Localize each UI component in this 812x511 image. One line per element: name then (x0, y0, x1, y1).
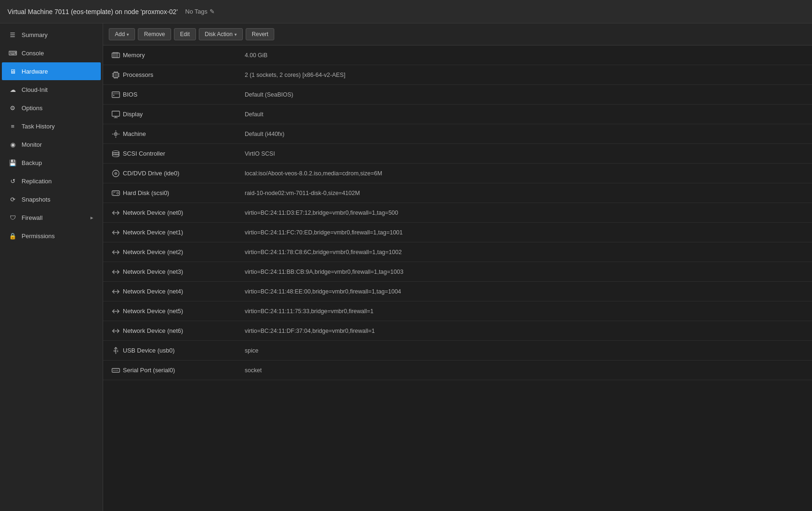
sidebar-item-label-hardware: Hardware (22, 68, 94, 75)
content-area: Add ▾ Remove Edit Disk Action ▾ Revert M… (103, 23, 812, 511)
add-button[interactable]: Add ▾ (109, 28, 135, 40)
cloud-init-icon: ☁ (8, 85, 17, 94)
net-icon (109, 228, 123, 237)
disk-action-dropdown-arrow: ▾ (234, 32, 237, 37)
sidebar-item-permissions[interactable]: 🔒 Permissions (2, 227, 101, 245)
sidebar-item-label-cloud-init: Cloud-Init (22, 86, 94, 93)
hardware-item-name: USB Device (usb0) (123, 347, 245, 354)
sidebar-item-label-task-history: Task History (22, 123, 94, 130)
sidebar-item-label-permissions: Permissions (22, 233, 94, 240)
sidebar-item-label-replication: Replication (22, 178, 94, 185)
remove-button[interactable]: Remove (138, 28, 171, 40)
svg-point-30 (115, 133, 116, 134)
memory-icon (109, 51, 123, 60)
firewall-expand-arrow: ► (90, 215, 94, 220)
sidebar-item-summary[interactable]: ☰ Summary (2, 26, 101, 44)
hardware-row[interactable]: Network Device (net5) virtio=BC:24:11:11… (103, 301, 812, 321)
hardware-item-value: VirtIO SCSI (245, 150, 806, 157)
hardware-row[interactable]: Processors 2 (1 sockets, 2 cores) [x86-6… (103, 65, 812, 85)
edit-tags-icon[interactable]: ✎ (210, 8, 215, 15)
no-tags-container[interactable]: No Tags ✎ (185, 8, 214, 15)
svg-rect-23 (112, 92, 120, 98)
sidebar-item-label-summary: Summary (22, 31, 94, 38)
hardware-item-name: Network Device (net3) (123, 268, 245, 275)
title-bar: Virtual Machine 7011 (eos-template) on n… (0, 0, 812, 23)
sidebar-item-monitor[interactable]: ◉ Monitor (2, 135, 101, 153)
svg-point-57 (117, 351, 118, 352)
sidebar-item-snapshots[interactable]: ⟳ Snapshots (2, 190, 101, 208)
hardware-item-value: virtio=BC:24:11:11:75:33,bridge=vmbr0,fi… (245, 308, 806, 315)
sidebar-item-console[interactable]: ⌨ Console (2, 44, 101, 62)
hardware-row[interactable]: Network Device (net0) virtio=BC:24:11:D3… (103, 203, 812, 223)
sidebar: ☰ Summary ⌨ Console 🖥 Hardware ☁ Cloud-I… (0, 23, 103, 511)
permissions-icon: 🔒 (8, 232, 17, 240)
summary-icon: ☰ (8, 30, 17, 39)
monitor-icon: ◉ (8, 140, 17, 149)
disk-action-button[interactable]: Disk Action ▾ (199, 28, 243, 40)
net-icon (109, 268, 123, 276)
hardware-row[interactable]: Serial Port (serial0) socket (103, 361, 812, 380)
hardware-row[interactable]: Network Device (net2) virtio=BC:24:11:78… (103, 242, 812, 262)
hardware-row[interactable]: Network Device (net6) virtio=BC:24:11:DF… (103, 321, 812, 341)
hardware-item-value: Default (245, 111, 806, 118)
sidebar-item-label-firewall: Firewall (22, 214, 85, 221)
hardware-row[interactable]: Network Device (net3) virtio=BC:24:11:BB… (103, 262, 812, 282)
hardware-item-value: virtio=BC:24:11:DF:37:04,bridge=vmbr0,fi… (245, 328, 806, 334)
svg-point-42 (115, 173, 116, 174)
options-icon: ⚙ (8, 104, 17, 112)
sidebar-item-task-history[interactable]: ≡ Task History (2, 117, 101, 135)
hardware-row[interactable]: Display Default (103, 105, 812, 124)
sidebar-item-label-monitor: Monitor (22, 141, 94, 148)
svg-rect-58 (112, 368, 120, 372)
sidebar-item-options[interactable]: ⚙ Options (2, 99, 101, 117)
sidebar-item-hardware[interactable]: 🖥 Hardware (2, 62, 101, 80)
cpu-icon (109, 71, 123, 79)
hardware-item-name: Network Device (net4) (123, 288, 245, 295)
hardware-row[interactable]: Network Device (net4) virtio=BC:24:11:48… (103, 282, 812, 301)
firewall-icon: 🛡 (8, 213, 17, 222)
hardware-item-name: Serial Port (serial0) (123, 367, 245, 374)
net-icon (109, 209, 123, 217)
replication-icon: ↺ (8, 177, 17, 185)
window-title: Virtual Machine 7011 (eos-template) on n… (8, 8, 178, 15)
hardware-item-name: Network Device (net0) (123, 209, 245, 216)
hardware-row[interactable]: SCSI Controller VirtIO SCSI (103, 144, 812, 164)
hardware-item-name: BIOS (123, 91, 245, 98)
sidebar-item-cloud-init[interactable]: ☁ Cloud-Init (2, 81, 101, 98)
hardware-row[interactable]: Machine Default (i440fx) (103, 124, 812, 144)
sidebar-item-backup[interactable]: 💾 Backup (2, 154, 101, 172)
snapshots-icon: ⟳ (8, 195, 17, 203)
machine-icon (109, 130, 123, 138)
hardware-item-name: CD/DVD Drive (ide0) (123, 170, 245, 177)
net-icon (109, 307, 123, 316)
serial-icon (109, 366, 123, 375)
hardware-item-value: spice (245, 347, 806, 354)
hardware-row[interactable]: Hard Disk (scsi0) raid-10-node02:vm-7011… (103, 183, 812, 203)
edit-button[interactable]: Edit (174, 28, 196, 40)
svg-point-44 (117, 192, 119, 194)
svg-rect-26 (112, 111, 120, 116)
add-dropdown-arrow: ▾ (127, 32, 129, 37)
toolbar: Add ▾ Remove Edit Disk Action ▾ Revert (103, 23, 812, 45)
sidebar-item-replication[interactable]: ↺ Replication (2, 172, 101, 190)
hardware-item-name: Network Device (net6) (123, 327, 245, 334)
hardware-row[interactable]: BIOS Default (SeaBIOS) (103, 85, 812, 105)
hardware-row[interactable]: Memory 4.00 GiB (103, 45, 812, 65)
hardware-item-name: Network Device (net1) (123, 229, 245, 236)
sidebar-item-firewall[interactable]: 🛡 Firewall ► (2, 209, 101, 226)
revert-button[interactable]: Revert (246, 28, 274, 40)
hardware-item-name: Network Device (net2) (123, 248, 245, 256)
hardware-row[interactable]: USB Device (usb0) spice (103, 341, 812, 361)
hardware-row[interactable]: Network Device (net1) virtio=BC:24:11:FC… (103, 223, 812, 242)
hardware-row[interactable]: CD/DVD Drive (ide0) local:iso/Aboot-veos… (103, 164, 812, 183)
net-icon (109, 287, 123, 296)
display-icon (109, 110, 123, 119)
task-history-icon: ≡ (8, 122, 17, 130)
sidebar-item-label-snapshots: Snapshots (22, 196, 94, 203)
svg-rect-0 (112, 53, 120, 58)
svg-rect-25 (113, 95, 114, 96)
hardware-item-value: virtio=BC:24:11:48:EE:00,bridge=vmbr0,fi… (245, 288, 806, 295)
main-layout: ☰ Summary ⌨ Console 🖥 Hardware ☁ Cloud-I… (0, 23, 812, 511)
hardware-icon: 🖥 (8, 67, 17, 75)
no-tags-label: No Tags (185, 8, 207, 15)
